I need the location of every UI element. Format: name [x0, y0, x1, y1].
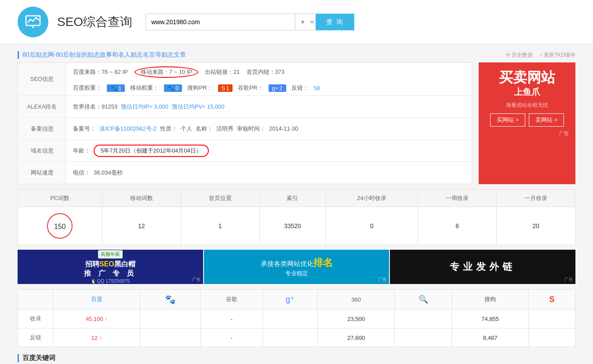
index-cell: 33520	[259, 207, 326, 245]
baidu-paw-header-icon: 🐾	[165, 295, 176, 304]
google-pr-val: 2	[279, 85, 282, 91]
backlink-row: 反链 12 ↑ - 27,600 8,487	[18, 328, 575, 347]
google-plus-icon: g⁺	[286, 295, 295, 304]
age-label: 年龄：	[73, 147, 90, 155]
alexa-label: ALEXA排名	[18, 96, 66, 117]
index-header: 索引	[259, 190, 326, 207]
google-icon: g+	[272, 85, 279, 91]
baidu-header: 百度	[53, 290, 140, 309]
daily-24h-cell: 0	[326, 207, 418, 245]
360-text: 360	[351, 296, 361, 303]
content-wrapper: SEO信息 百度来路：76 ~ 82 IP 移动来路：7 ~ 10 IP 出站链…	[18, 62, 575, 184]
ad-btn-row: 买网站 > 卖网站 >	[485, 113, 569, 127]
mobile-count-header: 移动词数	[102, 190, 181, 207]
homepage-pos-cell: 1	[181, 207, 259, 245]
mobile-count-cell: 12	[102, 207, 181, 245]
baidu-weight-badge: 🐾 1	[107, 84, 125, 92]
domain-row: 域名信息 年龄： 5年7月20日（创建于2012年04月04日）	[18, 140, 472, 162]
search-button[interactable]: 查 询	[316, 14, 354, 30]
sogou-backlink-val: 8,487	[452, 328, 528, 347]
seo-label: SEO信息	[18, 63, 66, 95]
weekly-header: 一周收录	[418, 190, 497, 207]
index-row: 收录 45,100 ↑ - 23,500 74,855	[18, 309, 575, 328]
s360-index-val: 23,500	[318, 309, 394, 328]
baidu-icon-header: 🐾	[140, 290, 201, 309]
baidu-backlink-arrow: ↑	[99, 335, 102, 341]
sogou-pr-badge: S 1	[218, 84, 233, 92]
refresh-icon: ○	[539, 52, 542, 58]
daily-24h-header: 24小时收录	[326, 190, 418, 207]
google-icon-header: g⁺	[262, 290, 318, 309]
baidu-paw-icon: 🐾	[110, 85, 117, 91]
index-label-cell: 收录	[18, 309, 53, 328]
keyword-stats-table: PC词数 移动词数 首页位置 索引 24小时收录 一周收录 一月收录 150 1…	[18, 189, 575, 245]
baidu-backlink-icon	[140, 328, 201, 347]
ad-banner-2[interactable]: 承接各类网站优化排名 专业稳定 广告	[204, 250, 389, 284]
ad-tagline: 海量优站全程无忧	[485, 102, 569, 109]
banner-2-ad: 广告	[378, 277, 387, 283]
google-text: 谷歌	[226, 296, 237, 302]
ad-banner-1[interactable]: 高额年薪 招聘SEO黑白帽 推 广 专 员 🐧QQ 179256975 广告	[18, 250, 203, 284]
monthly-header: 一月收录	[497, 190, 575, 207]
pc-count-header: PC词数	[18, 190, 102, 207]
pc-count-circle: 150	[47, 213, 73, 239]
mobile-weight-badge: 🐾 0	[164, 84, 182, 92]
s360-backlink-val: 27,600	[318, 328, 394, 347]
domain-content: 年龄： 5年7月20日（创建于2012年04月04日）	[66, 140, 472, 161]
backlink-label-cell: 反链	[18, 328, 53, 347]
site-title-bar: 80后励志网-80后创业的励志故事和名人励志名言等励志文章 ⟳ 历史数据 ○ 更…	[18, 51, 575, 59]
google-backlink-icon	[262, 328, 318, 347]
age-val: 5年7月20日（创建于2012年04月04日）	[94, 145, 209, 157]
nature-val: 个人	[181, 125, 192, 133]
seo-row2: 百度权重： 🐾 1 移动权重： 🐾 0 搜狗PR： S	[73, 84, 465, 92]
baidu-index-arrow: ↑	[105, 316, 107, 322]
alexa-content: 世界排名：91253 预估日均IP≈ 3,000 预估日均PV≈ 15,000	[66, 96, 472, 117]
ad-banners: 高额年薪 招聘SEO黑白帽 推 广 专 员 🐧QQ 179256975 广告 承…	[18, 250, 575, 284]
sell-site-btn[interactable]: 卖网站 >	[529, 113, 564, 127]
site-title: SEO综合查询	[57, 14, 132, 30]
outbound-links: 出站链接：21	[205, 68, 240, 76]
backlink-val[interactable]: 58	[314, 85, 320, 91]
mobile-weight-label: 移动权重：	[130, 84, 159, 92]
baidu-text: 百度	[91, 296, 102, 302]
search-input[interactable]	[146, 14, 295, 30]
search-dropdown[interactable]: ▼	[295, 14, 316, 30]
ad-box[interactable]: 买卖网站 上鱼爪 海量优站全程无忧 买网站 > 卖网站 > 广告	[479, 62, 575, 184]
ad-title-line2: 上鱼爪	[485, 86, 569, 98]
icp-val[interactable]: 滇ICP备11002562号-2	[99, 125, 156, 133]
homepage-inlinks: 首页内链：373	[247, 68, 285, 76]
s360-index-icon	[394, 309, 452, 328]
speed-content: 电信： 36.034毫秒	[66, 162, 472, 184]
baidu-backlink-val: 12 ↑	[53, 328, 140, 347]
baidu-traffic: 百度来路：76 ~ 82 IP	[73, 68, 128, 76]
360-search-icon: 🔍	[418, 295, 428, 304]
history-data-btn[interactable]: ⟳ 历史数据	[506, 51, 533, 59]
record-label: 备案信息	[18, 118, 66, 139]
s360-backlink-icon	[394, 328, 452, 347]
sogou-pr-val: 1	[226, 85, 229, 91]
monthly-cell: 20	[497, 207, 575, 245]
keyword-stats-row: 150 12 1 33520 0 6 20	[18, 207, 575, 245]
ad-banner-3[interactable]: 专业发外链 广告	[390, 250, 575, 284]
logo	[18, 7, 48, 37]
homepage-pos-header: 首页位置	[181, 190, 259, 207]
banner-3-ad: 广告	[564, 277, 573, 283]
weekly-cell: 6	[418, 207, 497, 245]
google-pr-badge: g+ 2	[269, 84, 286, 92]
seo-row1: 百度来路：76 ~ 82 IP 移动来路：7 ~ 10 IP 出站链接：21 首…	[73, 66, 465, 78]
speed-row: 网站速度 电信： 36.034毫秒	[18, 162, 472, 184]
alexa-row: ALEXA排名 世界排名：91253 预估日均IP≈ 3,000 预估日均PV≈…	[18, 96, 472, 118]
site-name-link[interactable]: 80后励志网-80后创业的励志故事和名人励志名言等励志文章	[18, 51, 186, 59]
update-tkd-btn[interactable]: ○ 更新TKD缓存	[539, 51, 575, 59]
name-label: 名称：	[196, 125, 213, 133]
audit-val: 2014-11-30	[269, 125, 298, 132]
mobile-traffic-circle: 移动来路：7 ~ 10 IP	[135, 66, 198, 78]
telecom-label: 电信：	[73, 169, 90, 177]
telecom-val: 36.034毫秒	[94, 169, 123, 177]
buy-site-btn[interactable]: 买网站 >	[490, 113, 525, 127]
domain-label: 域名信息	[18, 140, 66, 161]
engine-table: 百度 🐾 谷歌 g⁺ 360 🔍 搜狗	[18, 289, 575, 347]
sogou-index-val: 74,855	[452, 309, 528, 328]
main-content: 80后励志网-80后创业的励志故事和名人励志名言等励志文章 ⟳ 历史数据 ○ 更…	[0, 44, 593, 364]
speed-label: 网站速度	[18, 162, 66, 184]
